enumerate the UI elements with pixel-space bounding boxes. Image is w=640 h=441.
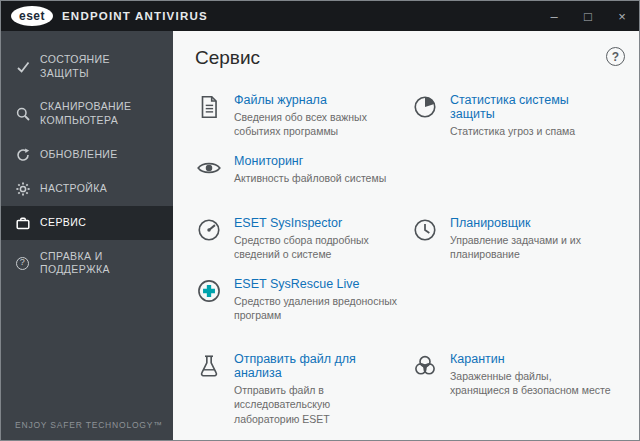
tool-title-log-files[interactable]: Файлы журнала [234, 93, 397, 107]
sidebar-item-tools[interactable]: СЕРВИС [1, 206, 173, 240]
tools-group-2: ESET SysInspector Средство сбора подробн… [173, 202, 639, 339]
tool-desc: Сведения обо всех важных событиях програ… [234, 110, 397, 138]
tool-sysinspector[interactable]: ESET SysInspector Средство сбора подробн… [195, 216, 411, 261]
app-title: ENDPOINT ANTIVIRUS [62, 10, 208, 22]
medical-cross-icon [195, 277, 223, 322]
page-title: Сервис [195, 47, 260, 69]
sidebar-item-label: ОБНОВЛЕНИЕ [40, 148, 118, 162]
eset-window: eset ENDPOINT ANTIVIRUS – □ × СОСТОЯНИЕ … [0, 0, 640, 441]
eset-logo-text: eset [19, 10, 45, 22]
tool-title-scheduler[interactable]: Планировщик [450, 216, 611, 230]
tools-group-1: Файлы журнала Сведения обо всех важных с… [173, 79, 639, 202]
sidebar-item-label: СОСТОЯНИЕ ЗАЩИТЫ [40, 53, 159, 80]
app-body: СОСТОЯНИЕ ЗАЩИТЫ СКАНИРОВАНИЕ КОМПЬЮТЕРА… [1, 31, 639, 440]
sidebar-item-setup[interactable]: НАСТРОЙКА [1, 172, 173, 206]
tool-quarantine[interactable]: Карантин Зараженные файлы, хранящиеся в … [411, 352, 625, 426]
tool-desc: Статистика угроз и спама [450, 124, 611, 138]
tool-title-protection-statistics[interactable]: Статистика системы защиты [450, 93, 611, 121]
tool-log-files[interactable]: Файлы журнала Сведения обо всех важных с… [195, 93, 411, 138]
tool-protection-statistics[interactable]: Статистика системы защиты Статистика угр… [411, 93, 625, 138]
tools-group-3: Отправить файл для анализа Отправить фай… [173, 338, 639, 441]
flask-icon [195, 352, 223, 426]
tools-page: Сервис ? Файлы журнала Сведения обо всех… [173, 31, 639, 440]
sidebar-item-protection-status[interactable]: СОСТОЯНИЕ ЗАЩИТЫ [1, 43, 173, 90]
tool-desc: Управление задачами и их планирование [450, 233, 611, 261]
tool-title-watch-activity[interactable]: Мониторинг [234, 154, 386, 168]
check-icon [15, 60, 30, 74]
tool-watch-activity[interactable]: Мониторинг Активность файловой системы [195, 154, 411, 185]
sidebar-item-computer-scan[interactable]: СКАНИРОВАНИЕ КОМПЬЮТЕРА [1, 90, 173, 137]
tool-title-sysinspector[interactable]: ESET SysInspector [234, 216, 397, 230]
tool-desc: Активность файловой системы [234, 171, 386, 185]
clock-icon [411, 216, 439, 261]
tool-desc: Средство сбора подробных сведений о сист… [234, 233, 397, 261]
toolbox-icon [15, 216, 30, 230]
sidebar-item-label: СЕРВИС [40, 216, 86, 230]
pie-chart-icon [411, 93, 439, 138]
gear-icon [15, 182, 30, 196]
content-header: Сервис ? [173, 31, 639, 79]
sidebar-item-update[interactable]: ОБНОВЛЕНИЕ [1, 138, 173, 172]
maximize-button[interactable]: □ [571, 1, 605, 31]
tool-submit-sample[interactable]: Отправить файл для анализа Отправить фай… [195, 352, 411, 426]
eye-icon [195, 154, 223, 185]
tool-desc: Средство удаления вредоносных программ [234, 294, 397, 322]
window-controls: – □ × [537, 1, 639, 31]
question-icon: ? [15, 257, 30, 270]
log-files-icon [195, 93, 223, 138]
sidebar-item-label: СПРАВКА И ПОДДЕРЖКА [40, 250, 159, 277]
tool-desc: Отправить файл в исследовательскую лабор… [234, 383, 397, 426]
tool-title-quarantine[interactable]: Карантин [450, 352, 611, 366]
minimize-button[interactable]: – [537, 1, 571, 31]
help-icon[interactable]: ? [606, 47, 625, 66]
biohazard-icon [411, 352, 439, 426]
gauge-icon [195, 216, 223, 261]
sidebar: СОСТОЯНИЕ ЗАЩИТЫ СКАНИРОВАНИЕ КОМПЬЮТЕРА… [1, 31, 173, 440]
titlebar: eset ENDPOINT ANTIVIRUS – □ × [1, 1, 639, 31]
tool-sysrescue[interactable]: ESET SysRescue Live Средство удаления вр… [195, 277, 411, 322]
sidebar-item-label: СКАНИРОВАНИЕ КОМПЬЮТЕРА [40, 100, 159, 127]
sidebar-item-help-support[interactable]: ? СПРАВКА И ПОДДЕРЖКА [1, 240, 173, 287]
close-button[interactable]: × [605, 1, 639, 31]
refresh-icon [15, 148, 30, 162]
tool-scheduler[interactable]: Планировщик Управление задачами и их пла… [411, 216, 625, 261]
sidebar-footer-slogan: ENJOY SAFER TECHNOLOGY™ [15, 420, 163, 430]
tool-desc: Зараженные файлы, хранящиеся в безопасно… [450, 369, 611, 397]
tool-title-submit-sample[interactable]: Отправить файл для анализа [234, 352, 397, 380]
eset-logo: eset [11, 6, 53, 26]
search-icon [15, 107, 30, 121]
tool-title-sysrescue[interactable]: ESET SysRescue Live [234, 277, 397, 291]
sidebar-item-label: НАСТРОЙКА [40, 182, 107, 196]
